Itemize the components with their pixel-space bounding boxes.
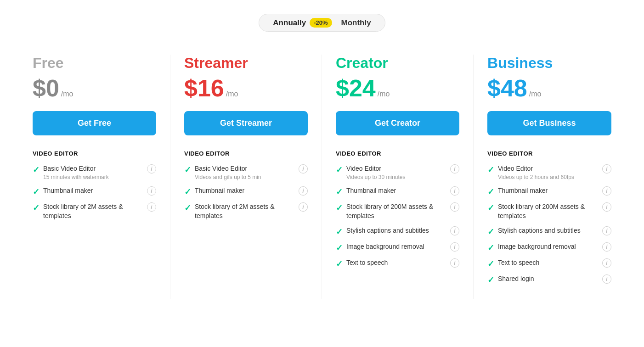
feature-list-creator: ✓ Video Editor Videos up to 30 minutes i…: [336, 164, 459, 269]
check-icon: ✓: [336, 259, 343, 269]
feature-text: Video Editor Videos up to 2 hours and 60…: [498, 164, 599, 181]
info-icon[interactable]: i: [147, 164, 156, 174]
check-icon: ✓: [184, 165, 191, 175]
price-period-free: /mo: [61, 90, 73, 98]
feature-text: Thumbnail maker: [195, 186, 295, 196]
feature-item: ✓ Thumbnail maker i: [336, 186, 459, 197]
get-btn-free[interactable]: Get Free: [33, 111, 156, 135]
feature-item: ✓ Thumbnail maker i: [184, 186, 308, 197]
feature-item: ✓ Text to speech i: [487, 258, 611, 269]
info-icon[interactable]: i: [602, 258, 611, 268]
feature-text: Basic Video Editor Videos and gifs up to…: [195, 164, 295, 181]
plan-name-streamer: Streamer: [184, 55, 308, 72]
feature-sub: Videos up to 30 minutes: [346, 174, 446, 181]
feature-text: Basic Video Editor 15 minutes with water…: [43, 164, 143, 181]
section-title-business: VIDEO EDITOR: [487, 150, 611, 157]
info-icon[interactable]: i: [450, 258, 459, 268]
info-icon[interactable]: i: [602, 226, 611, 235]
info-icon[interactable]: i: [602, 186, 611, 196]
check-icon: ✓: [487, 259, 494, 269]
info-icon[interactable]: i: [450, 226, 459, 235]
info-icon[interactable]: i: [450, 186, 459, 196]
check-icon: ✓: [487, 165, 494, 175]
check-icon: ✓: [336, 243, 343, 253]
plan-name-creator: Creator: [336, 55, 459, 72]
info-icon[interactable]: i: [602, 274, 611, 284]
plan-price-free: $0 /mo: [33, 74, 156, 102]
info-icon[interactable]: i: [602, 202, 611, 212]
check-icon: ✓: [487, 243, 494, 253]
toggle-container: Annually -20% Monthly: [259, 14, 385, 32]
feature-text: Stock library of 2M assets & templates: [43, 202, 143, 220]
feature-list-streamer: ✓ Basic Video Editor Videos and gifs up …: [184, 164, 308, 221]
check-icon: ✓: [487, 203, 494, 213]
plan-name-business: Business: [487, 55, 611, 72]
plan-col-creator: Creator $24 /mo Get Creator VIDEO EDITOR…: [322, 55, 474, 299]
plan-price-business: $48 /mo: [487, 74, 611, 102]
section-title-free: VIDEO EDITOR: [33, 150, 156, 157]
feature-text: Stock library of 200M assets & templates: [346, 202, 446, 220]
check-icon: ✓: [336, 203, 343, 213]
check-icon: ✓: [33, 187, 40, 197]
feature-item: ✓ Thumbnail maker i: [33, 186, 156, 197]
annually-option[interactable]: Annually -20%: [273, 18, 332, 28]
feature-text: Video Editor Videos up to 30 minutes: [346, 164, 446, 181]
info-icon[interactable]: i: [299, 202, 308, 212]
monthly-option[interactable]: Monthly: [341, 18, 371, 28]
feature-item: ✓ Stock library of 2M assets & templates…: [33, 202, 156, 220]
plan-col-free: Free $0 /mo Get Free VIDEO EDITOR ✓ Basi…: [19, 55, 170, 299]
info-icon[interactable]: i: [450, 202, 459, 212]
feature-sub: Videos up to 2 hours and 60fps: [498, 174, 599, 181]
feature-item: ✓ Thumbnail maker i: [487, 186, 611, 197]
price-period-creator: /mo: [378, 90, 390, 98]
info-icon[interactable]: i: [602, 164, 611, 174]
info-icon[interactable]: i: [602, 242, 611, 252]
check-icon: ✓: [336, 227, 343, 237]
plan-price-streamer: $16 /mo: [184, 74, 308, 102]
discount-badge: -20%: [310, 18, 332, 28]
feature-item: ✓ Stock library of 200M assets & templat…: [336, 202, 459, 220]
section-title-streamer: VIDEO EDITOR: [184, 150, 308, 157]
feature-sub: Videos and gifs up to 5 min: [195, 174, 295, 181]
get-btn-creator[interactable]: Get Creator: [336, 111, 459, 135]
check-icon: ✓: [33, 203, 40, 213]
check-icon: ✓: [336, 187, 343, 197]
check-icon: ✓: [33, 165, 40, 175]
feature-text: Thumbnail maker: [346, 186, 446, 196]
info-icon[interactable]: i: [147, 202, 156, 212]
info-icon[interactable]: i: [450, 242, 459, 252]
plan-col-streamer: Streamer $16 /mo Get Streamer VIDEO EDIT…: [170, 55, 322, 299]
feature-sub: 15 minutes with watermark: [43, 174, 143, 181]
info-icon[interactable]: i: [299, 186, 308, 196]
feature-item: ✓ Stylish captions and subtitles i: [487, 226, 611, 237]
check-icon: ✓: [336, 165, 343, 175]
pricing-grid: Free $0 /mo Get Free VIDEO EDITOR ✓ Basi…: [19, 55, 625, 299]
feature-text: Shared login: [498, 274, 599, 284]
billing-toggle: Annually -20% Monthly: [18, 14, 626, 32]
feature-item: ✓ Text to speech i: [336, 258, 459, 269]
info-icon[interactable]: i: [450, 164, 459, 174]
section-title-creator: VIDEO EDITOR: [336, 150, 459, 157]
info-icon[interactable]: i: [147, 186, 156, 196]
feature-text: Thumbnail maker: [43, 186, 143, 196]
feature-text: Stock library of 2M assets & templates: [195, 202, 295, 220]
check-icon: ✓: [487, 275, 494, 285]
feature-list-business: ✓ Video Editor Videos up to 2 hours and …: [487, 164, 611, 285]
feature-item: ✓ Image background removal i: [336, 242, 459, 253]
plan-price-creator: $24 /mo: [336, 74, 459, 102]
get-btn-streamer[interactable]: Get Streamer: [184, 111, 308, 135]
price-period-streamer: /mo: [226, 90, 238, 98]
feature-item: ✓ Stock library of 2M assets & templates…: [184, 202, 308, 220]
info-icon[interactable]: i: [299, 164, 308, 174]
feature-list-free: ✓ Basic Video Editor 15 minutes with wat…: [33, 164, 156, 221]
feature-text: Stylish captions and subtitles: [346, 226, 446, 235]
price-amount-creator: $24: [336, 74, 376, 102]
check-icon: ✓: [487, 187, 494, 197]
feature-text: Text to speech: [498, 258, 599, 268]
feature-text: Image background removal: [346, 242, 446, 252]
feature-text: Stock library of 200M assets & templates: [498, 202, 599, 220]
get-btn-business[interactable]: Get Business: [487, 111, 611, 135]
annually-label: Annually: [273, 18, 306, 28]
price-amount-free: $0: [33, 74, 59, 102]
feature-item: ✓ Video Editor Videos up to 2 hours and …: [487, 164, 611, 181]
